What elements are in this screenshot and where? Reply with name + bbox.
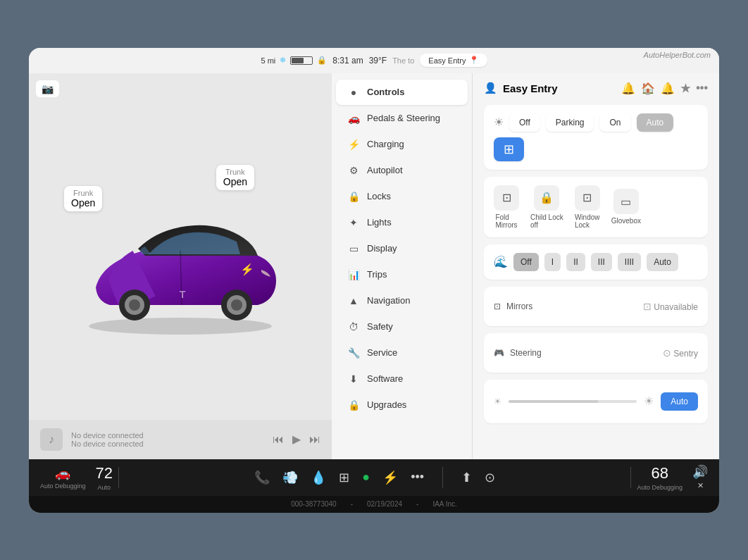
mode-auto-btn[interactable]: Auto [637, 113, 674, 132]
unavailable-icon: ⊡ [643, 301, 652, 312]
fold-mirrors-label: FoldMirrors [495, 213, 517, 229]
wiper-taskbar-btn[interactable]: 💧 [311, 470, 326, 485]
mode-on-btn[interactable]: On [599, 113, 630, 132]
menu-label-upgrades: Upgrades [367, 399, 406, 410]
steering-label: Steering [510, 348, 542, 358]
wiper-4-btn[interactable]: IIII [618, 253, 641, 271]
child-lock-icon: 🔒 [534, 185, 559, 211]
footer-date: 02/19/2024 [367, 500, 402, 508]
menu-item-charging[interactable]: ⚡ Charging [336, 132, 468, 157]
wiper-off-btn[interactable]: Off [513, 253, 539, 271]
steering-section: 🎮 Steering ⊙ Sentry [484, 333, 708, 373]
battery-indicator [290, 56, 313, 65]
frunk-value: Open [71, 197, 95, 209]
car-controls-section: ⊡ FoldMirrors 🔒 Child Lockoff ⊡ WindowLo… [484, 177, 708, 237]
easy-entry-title: Easy Entry [503, 82, 558, 94]
play-pause-btn[interactable]: ▶ [292, 433, 301, 446]
glovebox-label: Glovebox [611, 217, 641, 225]
menu-item-pedals[interactable]: 🚗 Pedals & Steering [336, 106, 468, 131]
location-label: Easy Entry [428, 56, 466, 65]
footer-id: 000-38773040 [291, 500, 337, 508]
window-lock-label: WindowLock [575, 213, 600, 229]
menu-item-trips[interactable]: 📊 Trips [336, 262, 468, 287]
child-lock-btn[interactable]: 🔒 Child Lockoff [530, 185, 563, 229]
brightness-section: ☀ ☀ Auto [484, 380, 708, 423]
status-center: 8:31 am 39°F The to Easy Entry 📍 [332, 54, 487, 67]
star-icon[interactable]: ★ [680, 82, 690, 95]
next-track-btn[interactable]: ⏭ [309, 433, 320, 446]
bluetooth-btn[interactable]: ⚡ [382, 470, 398, 485]
sentry-text: Sentry [673, 349, 698, 359]
menu-item-service[interactable]: 🔧 Service [336, 340, 468, 366]
volume-btn[interactable]: 🔊 ✕ [692, 464, 708, 490]
more-taskbar-btn[interactable]: ••• [411, 470, 424, 485]
menu-item-upgrades[interactable]: 🔒 Upgrades [336, 392, 468, 418]
menu-item-navigation[interactable]: ▲ Navigation [336, 288, 468, 313]
energy-btn[interactable]: ⊙ [485, 470, 495, 485]
spotify-btn[interactable]: ● [362, 470, 370, 485]
status-bar: 5 mi ❄ 🔒 8:31 am 39°F The to Easy Entry … [29, 48, 719, 73]
menu-item-controls[interactable]: ● Controls [336, 80, 468, 105]
wiper-auto-btn[interactable]: Auto [647, 253, 678, 271]
menu-item-safety[interactable]: ⏱ Safety [336, 314, 468, 340]
phone-btn[interactable]: 📞 [254, 470, 270, 485]
alarm-icon[interactable]: 🔔 [621, 82, 635, 95]
brightness-slider[interactable] [509, 400, 637, 403]
fan-btn[interactable]: 💨 [282, 470, 298, 485]
location-pill[interactable]: Easy Entry 📍 [420, 54, 487, 67]
home-icon[interactable]: 🏠 [641, 82, 655, 95]
brightness-row: ☀ ☀ Auto [494, 388, 698, 415]
trunk-value: Open [223, 176, 247, 187]
controls-icon: ● [347, 87, 360, 98]
menu-label-service: Service [367, 347, 397, 358]
easy-entry-header: 👤 Easy Entry 🔔 🏠 🔔 ★ ••• [484, 82, 708, 95]
mirrors-left: ⊡ Mirrors [494, 301, 532, 311]
camera-icon-btn[interactable]: 📷 [36, 80, 59, 97]
mode-parking-btn[interactable]: Parking [546, 113, 594, 132]
mirrors-status: ⊡ Mirrors ⊡ Unavailable [494, 295, 698, 318]
brightness-auto-btn[interactable]: Auto [661, 392, 698, 411]
driving-mode-section: ☀ Off Parking On Auto ⊞ [484, 105, 708, 170]
navigation-icon: ▲ [347, 295, 360, 306]
prev-track-btn[interactable]: ⏮ [273, 433, 284, 446]
more-icon[interactable]: ••• [696, 82, 708, 94]
sun-icon-large: ☀ [644, 394, 654, 408]
car-icon-btn[interactable]: 🚗 Auto Debugging [40, 466, 86, 490]
car-taskbar-icon: 🚗 [55, 466, 70, 481]
mode-display-btn[interactable]: ⊞ [494, 137, 524, 161]
auto-debugging-label-right: Auto Debugging [637, 484, 682, 491]
menu-item-software[interactable]: ⬇ Software [336, 366, 468, 392]
lights-icon: ✦ [347, 217, 360, 228]
menu-item-lights[interactable]: ✦ Lights [336, 210, 468, 235]
glovebox-btn[interactable]: ▭ Glovebox [611, 189, 641, 225]
wiper-3-btn[interactable]: III [591, 253, 612, 271]
trips-icon: 📊 [347, 269, 360, 280]
frunk-title: Frunk [71, 189, 95, 197]
auto-debugging-label-left: Auto Debugging [40, 483, 86, 490]
wiper-controls: 🌊 Off I II III IIII Auto [494, 253, 698, 271]
window-lock-btn[interactable]: ⊡ WindowLock [575, 185, 600, 229]
bell-icon[interactable]: 🔔 [661, 82, 675, 95]
media-controls[interactable]: ⏮ ▶ ⏭ [273, 433, 320, 446]
car-controls-grid: ⊡ FoldMirrors 🔒 Child Lockoff ⊡ WindowLo… [494, 185, 698, 229]
wiper-1-btn[interactable]: I [544, 253, 561, 271]
trunk-title: Trunk [223, 168, 247, 176]
menu-label-lights: Lights [367, 217, 392, 228]
map-pin-icon: 📍 [469, 56, 479, 65]
menu-item-locks[interactable]: 🔒 Locks [336, 184, 468, 209]
steering-value: ⊙ Sentry [663, 347, 698, 359]
nav-taskbar-btn[interactable]: ⬆ [461, 470, 472, 485]
mirrors-icon: ⊡ [494, 301, 501, 311]
temp-left-display[interactable]: 72 Auto [96, 464, 113, 491]
menu-item-autopilot[interactable]: ⚙ Autopilot [336, 158, 468, 183]
grid-btn[interactable]: ⊞ [339, 470, 349, 485]
wiper-2-btn[interactable]: II [566, 253, 585, 271]
menu-item-display[interactable]: ▭ Display [336, 236, 468, 261]
fold-mirrors-btn[interactable]: ⊡ FoldMirrors [494, 185, 519, 229]
temp-right-display[interactable]: 68 Auto Debugging [637, 464, 682, 491]
media-bar: ♪ No device connected No device connecte… [29, 420, 332, 459]
menu-label-display: Display [367, 243, 397, 254]
upgrades-icon: 🔒 [347, 399, 360, 411]
mode-off-btn[interactable]: Off [509, 113, 540, 132]
easy-entry-panel: 👤 Easy Entry 🔔 🏠 🔔 ★ ••• ☀ Off Parking O [473, 73, 719, 459]
